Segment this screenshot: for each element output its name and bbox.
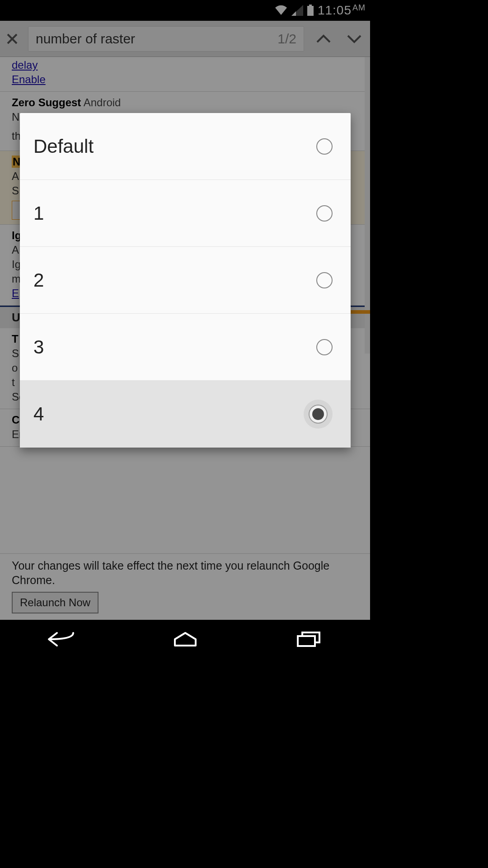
option-3[interactable]: 3	[20, 314, 351, 381]
radio-icon	[316, 272, 333, 288]
option-label: Default	[33, 136, 94, 157]
system-nav-bar	[0, 620, 370, 658]
option-2[interactable]: 2	[20, 247, 351, 314]
home-button[interactable]	[167, 628, 203, 651]
option-label: 3	[33, 336, 44, 358]
option-1[interactable]: 1	[20, 180, 351, 247]
option-label: 4	[33, 403, 44, 425]
option-default[interactable]: Default	[20, 113, 351, 180]
svg-rect-2	[298, 636, 315, 646]
radio-icon	[316, 138, 333, 155]
back-button[interactable]	[44, 628, 80, 651]
radio-selected-icon	[304, 400, 333, 429]
select-dialog: Default 1 2 3 4	[20, 113, 351, 448]
recents-button[interactable]	[291, 628, 327, 651]
option-4[interactable]: 4	[20, 381, 351, 448]
option-label: 1	[33, 203, 44, 224]
option-label: 2	[33, 269, 44, 291]
radio-icon	[316, 339, 333, 355]
radio-icon	[316, 205, 333, 222]
